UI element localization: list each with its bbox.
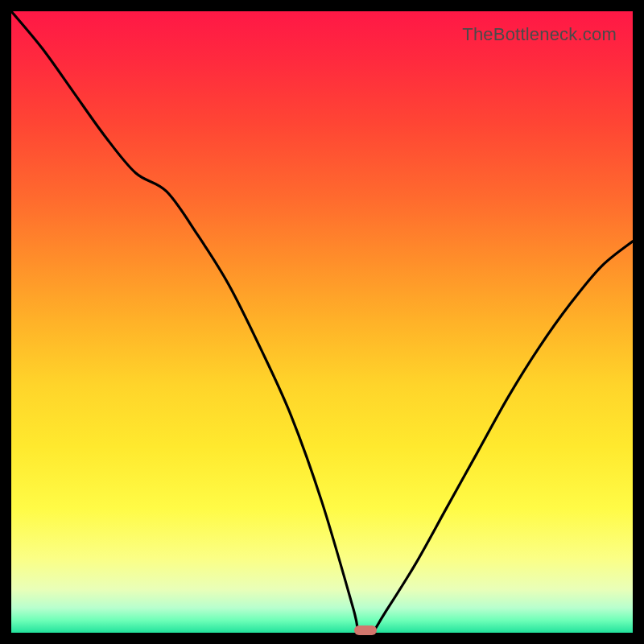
chart-frame: TheBottleneck.com [0, 0, 644, 644]
optimum-marker [354, 625, 377, 635]
bottleneck-curve [11, 11, 633, 633]
plot-area: TheBottleneck.com [11, 11, 633, 633]
